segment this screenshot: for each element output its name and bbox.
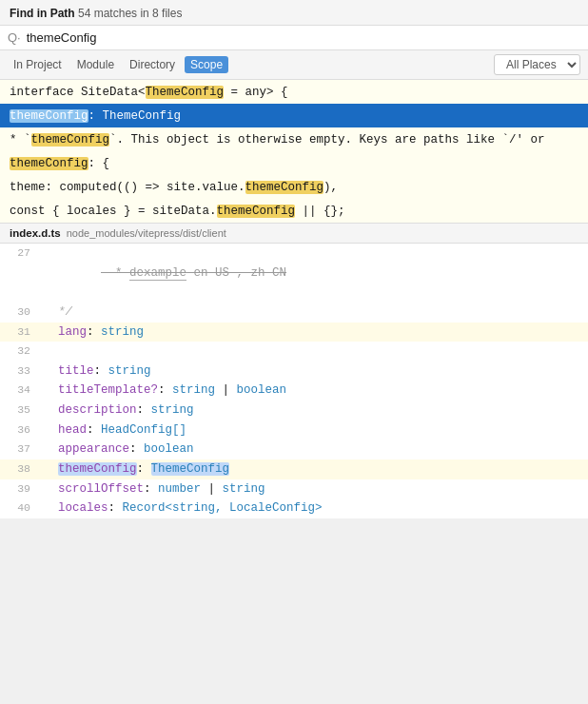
code-line-35[interactable]: 35 description: string [0,401,588,420]
result-item[interactable]: * `themeConfig`. This object is otherwis… [0,127,588,151]
match-highlight: themeConfig [58,462,137,476]
line-number: 32 [0,342,40,361]
search-row: Q· [0,26,588,50]
line-content: description: string [40,401,588,420]
line-number: 36 [0,421,40,440]
code-line-32[interactable]: 32 [0,342,588,362]
line-content: locales: Record<string, LocaleConfig> [40,499,588,518]
match-highlight: themeConfig [10,109,88,123]
search-input[interactable] [27,30,580,45]
line-content: */ [40,303,588,323]
line-content: lang: string [40,323,588,342]
code-line-37[interactable]: 37 appearance: boolean [0,440,588,460]
code-line-36[interactable]: 36 head: HeadConfig[] [0,420,588,440]
code-line-39[interactable]: 39 scrollOffset: number | string [0,479,588,499]
topbar: Find in Path 54 matches in 8 files [0,0,588,26]
result-item[interactable]: const { locales } = siteData.themeConfig… [0,199,588,223]
code-view: index.d.ts node_modules/vitepress/dist/c… [0,223,588,518]
match-highlight: ThemeConfig [146,86,225,99]
match-highlight: themeConfig [245,181,324,194]
topbar-title: Find in Path 54 matches in 8 files [10,7,182,20]
line-content: scrollOffset: number | string [40,479,588,499]
match-highlight: themeConfig [217,205,296,218]
code-line-40[interactable]: 40 locales: Record<string, LocaleConfig> [0,499,588,518]
search-icon: Q· [8,30,21,45]
line-content: themeConfig: ThemeConfig [40,460,588,479]
match-count: 54 matches in 8 files [78,7,182,20]
line-content: head: HeadConfig[] [40,420,588,440]
code-view-header: index.d.ts node_modules/vitepress/dist/c… [0,224,588,244]
code-line-31[interactable]: 31 lang: string [0,323,588,342]
filter-tab-scope[interactable]: Scope [185,56,228,73]
match-highlight: themeConfig [10,157,88,170]
line-number: 33 [0,362,40,381]
filter-tab-in-project[interactable]: In Project [8,56,68,73]
line-number: 34 [0,381,40,400]
result-text: theme: computed(() => site.value.themeCo… [10,181,338,194]
topbar-title-text: Find in Path [10,7,75,20]
filter-row: In Project Module Directory Scope All Pl… [0,50,588,80]
code-filename: index.d.ts [10,227,61,239]
line-number: 27 [0,244,40,263]
line-number: 31 [0,323,40,342]
line-content [40,342,588,362]
code-lines: 27 * dexample en US , zh CN 30 */ 31 lan… [0,244,588,518]
match-highlight-type: ThemeConfig [151,462,230,476]
line-text: * dexample en US , zh CN [101,266,286,281]
line-content: appearance: boolean [40,440,588,460]
line-content: titleTemplate?: string | boolean [40,381,588,401]
line-number: 30 [0,303,40,322]
line-number: 35 [0,401,40,420]
scope-dropdown[interactable]: All Places Project Module Directory [494,54,580,75]
result-item[interactable]: themeConfig: { [0,151,588,175]
line-number: 40 [0,499,40,518]
result-text: interface SiteData<ThemeConfig = any> { [10,86,288,99]
code-path: node_modules/vitepress/dist/client [67,227,226,239]
code-line-30[interactable]: 30 */ [0,303,588,323]
code-line-27[interactable]: 27 * dexample en US , zh CN [0,244,588,303]
line-content: title: string [40,362,588,381]
results-area: interface SiteData<ThemeConfig = any> { … [0,80,588,223]
match-highlight: themeConfig [31,133,110,147]
result-text: * `themeConfig`. This object is otherwis… [10,133,545,147]
code-line-38[interactable]: 38 themeConfig: ThemeConfig [0,460,588,479]
code-line-33[interactable]: 33 title: string [0,362,588,381]
result-item[interactable]: interface SiteData<ThemeConfig = any> { [0,80,588,104]
result-item-selected[interactable]: themeConfig: ThemeConfig [0,104,588,127]
result-text-selected: themeConfig: ThemeConfig [10,109,181,123]
line-number: 39 [0,480,40,499]
result-text: themeConfig: { [10,157,109,170]
code-line-34[interactable]: 34 titleTemplate?: string | boolean [0,381,588,401]
line-content: * dexample en US , zh CN [40,244,588,303]
filter-tab-directory[interactable]: Directory [124,56,181,73]
line-number: 38 [0,460,40,479]
result-item[interactable]: theme: computed(() => site.value.themeCo… [0,175,588,199]
result-text: const { locales } = siteData.themeConfig… [10,205,345,218]
filter-tab-module[interactable]: Module [71,56,120,73]
line-number: 37 [0,440,40,459]
